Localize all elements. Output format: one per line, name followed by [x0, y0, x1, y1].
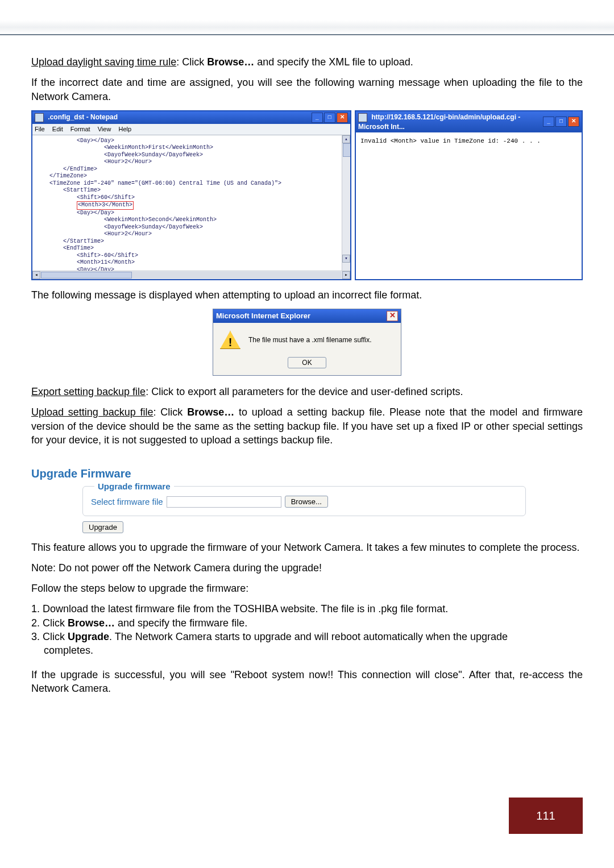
para-upgrade-note: Note: Do not power off the Network Camer…	[31, 561, 583, 575]
para-warning-intro: If the incorrect date and time are assig…	[31, 76, 583, 103]
notepad-window-buttons: _ □ ✕	[312, 113, 348, 123]
step3-b: Upgrade	[68, 631, 109, 642]
menu-view[interactable]: View	[98, 126, 111, 132]
upload-backup-mid: : Click	[154, 406, 188, 418]
notepad-vscrollbar[interactable]: ▴ ▾	[342, 135, 350, 271]
browser-titlebar: http://192.168.5.121/cgi-bin/admin/uploa…	[356, 111, 582, 132]
menu-edit[interactable]: Edit	[52, 126, 63, 132]
scroll-up-icon[interactable]: ▴	[342, 135, 350, 143]
upload-backup-bold: Browse…	[187, 406, 234, 418]
step3-c: . The Network Camera starts to upgrade a…	[109, 631, 508, 642]
scroll-vthumb[interactable]	[343, 143, 350, 157]
step2-a: 2. Click	[31, 617, 68, 629]
para-upgrade-feature: This feature allows you to upgrade the f…	[31, 541, 583, 554]
fieldset-legend: Upgrade firmware	[94, 481, 174, 492]
minimize-button[interactable]: _	[312, 113, 323, 123]
notepad-title: .config_dst - Notepad	[48, 113, 118, 121]
upload-dst-mid: : Click	[176, 56, 207, 68]
upgrade-firmware-heading: Upgrade Firmware	[31, 466, 583, 481]
firmware-file-input[interactable]	[167, 496, 281, 508]
top-gradient-band	[0, 0, 614, 34]
step-3: 3. Click Upgrade. The Network Camera sta…	[31, 630, 583, 643]
dialog-titlebar: Microsoft Internet Explorer ✕	[213, 309, 401, 323]
browser-title-wrap: http://192.168.5.121/cgi-bin/admin/uploa…	[358, 113, 543, 131]
notepad-code: <Day></Day> <WeekinMonth>First</WeekinMo…	[32, 135, 350, 271]
export-tail: : Click to export all parameters for the…	[146, 386, 463, 397]
scroll-down-icon[interactable]: ▾	[342, 255, 350, 263]
step-2: 2. Click Browse… and specify the firmwar…	[31, 616, 583, 630]
dialog-ok-button[interactable]: OK	[288, 357, 326, 368]
upload-dst-tail: and specify the XML file to upload.	[254, 56, 413, 68]
steps-intro: Follow the steps below to upgrade the fi…	[31, 582, 583, 595]
para-export: Export setting backup file: Click to exp…	[31, 385, 583, 398]
dialog-buttons: OK	[213, 351, 401, 375]
upgrade-button-row: Upgrade	[82, 520, 583, 533]
browser-minimize-button[interactable]: _	[543, 117, 554, 127]
browser-title: http://192.168.5.121/cgi-bin/admin/uploa…	[358, 113, 520, 131]
upgrade-firmware-fieldset: Upgrade firmware Select firmware file Br…	[82, 486, 526, 516]
export-heading: Export setting backup file	[31, 386, 146, 397]
scroll-left-icon[interactable]: ◂	[32, 271, 40, 279]
dialog-title: Microsoft Internet Explorer	[216, 311, 310, 321]
upload-dst-browse: Browse…	[207, 56, 254, 68]
page-number: 111	[509, 798, 583, 834]
browser-maximize-button[interactable]: □	[555, 117, 567, 127]
browser-close-button[interactable]: ✕	[568, 117, 579, 127]
scroll-htrack[interactable]	[41, 272, 342, 279]
warning-icon	[220, 331, 240, 349]
upload-backup-heading: Upload setting backup file	[31, 406, 154, 418]
step3-a: 3. Click	[31, 631, 68, 642]
step2-b: Browse…	[68, 617, 115, 629]
browser-body: Invalid <Month> value in TimeZone id: -2…	[356, 132, 582, 215]
dialog-body: The file must have a .xml filename suffi…	[213, 323, 401, 351]
notepad-hscrollbar[interactable]: ◂ ▸	[32, 271, 350, 279]
browse-button[interactable]: Browse...	[285, 496, 328, 508]
firmware-file-row: Select firmware file Browse...	[91, 496, 517, 508]
notepad-title-wrap: .config_dst - Notepad	[35, 113, 118, 122]
notepad-icon	[35, 113, 44, 122]
dialog-message: The file must have a .xml filename suffi…	[248, 335, 372, 344]
menu-file[interactable]: File	[35, 126, 45, 132]
firmware-file-label: Select firmware file	[91, 496, 163, 508]
ie-icon	[358, 113, 367, 122]
dialog-close-button[interactable]: ✕	[387, 311, 398, 321]
step-3-cont: completes.	[31, 643, 583, 657]
scroll-right-icon[interactable]: ▸	[342, 271, 350, 279]
para-upload-dst: Upload daylight saving time rule: Click …	[31, 55, 583, 69]
browser-window: http://192.168.5.121/cgi-bin/admin/uploa…	[355, 110, 583, 280]
menu-format[interactable]: Format	[70, 126, 90, 132]
step2-c: and specify the firmware file.	[115, 617, 247, 629]
page-content: Upload daylight saving time rule: Click …	[0, 35, 614, 845]
error-dialog: Microsoft Internet Explorer ✕ The file m…	[213, 309, 401, 376]
menu-help[interactable]: Help	[118, 126, 131, 132]
upload-dst-heading: Upload daylight saving time rule	[31, 56, 176, 68]
scroll-hthumb[interactable]	[41, 272, 132, 279]
code-post: <Day></Day> <WeekinMonth>Second</WeekinM…	[36, 210, 223, 271]
close-button[interactable]: ✕	[337, 113, 348, 123]
notepad-menubar: File Edit Format View Help	[32, 124, 350, 135]
para-format-msg: The following message is displayed when …	[31, 288, 583, 302]
code-pre: <Day></Day> <WeekinMonth>First</WeekinMo…	[36, 138, 281, 201]
maximize-button[interactable]: □	[324, 113, 335, 123]
upgrade-button[interactable]: Upgrade	[82, 521, 123, 533]
browser-window-buttons: _ □ ✕	[543, 117, 579, 127]
page-footer: 111	[31, 798, 583, 834]
screenshot-row: .config_dst - Notepad _ □ ✕ File Edit Fo…	[31, 110, 583, 280]
notepad-window: .config_dst - Notepad _ □ ✕ File Edit Fo…	[31, 110, 351, 280]
code-highlight: <Month>3</Month>	[77, 201, 134, 210]
notepad-titlebar: .config_dst - Notepad _ □ ✕	[32, 111, 350, 124]
step-1: 1. Download the latest firmware file fro…	[31, 602, 583, 616]
para-upgrade-success: If the upgrade is successful, you will s…	[31, 668, 583, 696]
para-upload-backup: Upload setting backup file: Click Browse…	[31, 405, 583, 447]
